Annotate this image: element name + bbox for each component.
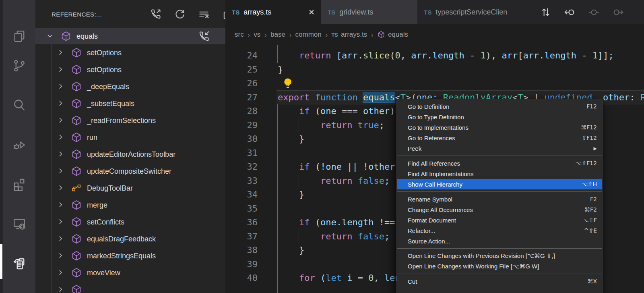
- chevron-right-icon: [56, 133, 65, 142]
- tab-arrays.ts[interactable]: TSarrays.ts✕: [225, 0, 321, 24]
- tab-label: typescriptServiceClien: [436, 8, 507, 17]
- tree-item-label: moveView: [87, 269, 120, 277]
- menu-item-label: Find All Implementations: [408, 170, 597, 177]
- menu-item-label: Go to Definition: [408, 103, 578, 110]
- references-panel: REFERENCES:... equals setOptionssetOptio…: [35, 0, 225, 293]
- line-number: 40: [225, 271, 258, 285]
- editor-action-open-changes[interactable]: [539, 6, 552, 19]
- phone-incoming-icon[interactable]: [198, 30, 210, 43]
- breadcrumb-item-common[interactable]: common: [295, 31, 322, 39]
- lightbulb-icon[interactable]: [282, 77, 294, 90]
- activity-item-source-control[interactable]: [3, 55, 35, 76]
- breadcrumb-item-arrays.ts[interactable]: TSarrays.ts: [331, 31, 367, 39]
- menu-item-find-all-implementations[interactable]: Find All Implementations: [397, 168, 602, 179]
- tree-item-markedStringsEquals[interactable]: markedStringsEquals: [35, 247, 225, 264]
- menu-item-label: Cut: [408, 278, 579, 285]
- menu-item-go-to-type-definition[interactable]: Go to Type Definition: [397, 112, 602, 122]
- tree-item-_subsetEquals[interactable]: _subsetEquals: [35, 95, 225, 112]
- symbol-method-icon: [71, 115, 82, 126]
- chevron-right-icon: [56, 150, 65, 159]
- line-number: 29: [225, 118, 258, 133]
- panel-action-show-outgoing-calls[interactable]: [149, 8, 162, 21]
- tree-item-setOptions[interactable]: setOptions: [35, 44, 225, 61]
- menu-item-shortcut: ⌥⇧F: [582, 217, 597, 223]
- chevron-right-icon: [56, 167, 65, 176]
- menu-item-format-document[interactable]: Format Document⌥⇧F: [397, 215, 602, 225]
- code-line-24: return [arr.slice(0, arr.length - 1), ar…: [278, 49, 644, 63]
- panel-action-clear-results[interactable]: [198, 8, 210, 21]
- line-number: 25: [225, 63, 258, 77]
- tree-item-run[interactable]: run: [35, 129, 225, 146]
- breadcrumb-item-vs[interactable]: vs: [254, 31, 260, 39]
- chevron-right-icon: [56, 235, 65, 243]
- tree-item-setOptions[interactable]: setOptions: [35, 61, 225, 78]
- menu-separator: [397, 156, 602, 156]
- tree-item-moveView[interactable]: moveView: [35, 264, 225, 281]
- activity-item-references-view[interactable]: [3, 254, 35, 274]
- menu-item-label: Format Document: [408, 217, 574, 224]
- activity-item-extensions[interactable]: [3, 174, 35, 195]
- symbol-method-icon: [71, 199, 82, 211]
- menu-item-go-to-references[interactable]: Go to References⇧F12: [397, 133, 602, 143]
- menu-item-rename-symbol[interactable]: Rename SymbolF2: [397, 194, 602, 204]
- menu-item-peek[interactable]: Peek▶: [397, 143, 602, 154]
- menu-item-source-action[interactable]: Source Action...: [397, 236, 602, 246]
- tree-item-updateCompositeSwitcher[interactable]: updateCompositeSwitcher: [35, 163, 225, 180]
- breadcrumb-item-src[interactable]: src: [235, 31, 244, 39]
- menu-item-cut[interactable]: Cut⌘X: [397, 276, 602, 287]
- menu-item-label: Go to Implementations: [408, 124, 573, 131]
- symbol-method-icon: [71, 98, 82, 109]
- symbol-method-icon: [71, 250, 82, 262]
- breadcrumb-item-equals[interactable]: equals: [377, 31, 408, 39]
- tree-item-updateEditorActionsToolbar[interactable]: updateEditorActionsToolbar: [35, 146, 225, 163]
- debug-icon: [12, 137, 27, 152]
- tree-item-equalsDragFeedback[interactable]: equalsDragFeedback: [35, 231, 225, 247]
- breadcrumb-item-base[interactable]: base: [270, 31, 285, 39]
- tree-item-label: equalsDragFeedback: [87, 235, 156, 243]
- references-icon: [12, 257, 27, 271]
- menu-item-show-call-hierarchy[interactable]: Show Call Hierarchy⌥⇧H: [397, 179, 602, 189]
- chevron-separator: ›: [325, 31, 328, 39]
- menu-separator: [397, 191, 602, 192]
- tree-item-label: updateCompositeSwitcher: [87, 167, 171, 176]
- activity-item-remote-explorer[interactable]: [3, 213, 35, 234]
- ts-file-icon: TS: [331, 32, 338, 38]
- chevron-right-icon: [56, 116, 65, 125]
- menu-item-go-to-implementations[interactable]: Go to Implementations⌘F12: [397, 122, 602, 133]
- extensions-icon: [12, 177, 27, 191]
- tree-root-equals[interactable]: equals: [35, 28, 225, 44]
- line-number: 27: [225, 91, 258, 105]
- menu-item-open-line-changes-with-working-file-g-w[interactable]: Open Line Changes with Working File [⌥⌘G…: [397, 261, 602, 272]
- menu-item-open-line-changes-with-previous-revision-g[interactable]: Open Line Changes with Previous Revision…: [397, 251, 602, 261]
- menu-item-refactor[interactable]: Refactor...^⇧E: [397, 225, 602, 236]
- menu-item-change-all-occurrences[interactable]: Change All Occurrences⌘F2: [397, 204, 602, 215]
- highlighted-symbol[interactable]: equals: [363, 92, 395, 102]
- tree-item-label: updateEditorActionsToolbar: [87, 150, 175, 159]
- tree-item-DebugToolBar[interactable]: DebugToolBar: [35, 180, 225, 197]
- menu-separator: [397, 248, 602, 249]
- editor-action-navigate-back[interactable]: [564, 6, 576, 19]
- menu-item-find-all-references[interactable]: Find All References⌥⇧F12: [397, 158, 602, 168]
- editor-tab-bar: TSarrays.ts✕TSgridview.tsTStypescriptSer…: [225, 0, 644, 24]
- activity-item-explorer[interactable]: [3, 26, 35, 47]
- chevron-down-icon[interactable]: [46, 32, 55, 41]
- breadcrumb-label: vs: [254, 31, 260, 39]
- activity-item-search[interactable]: [3, 95, 35, 116]
- activity-item-run-and-debug[interactable]: [3, 134, 35, 155]
- menu-item-go-to-definition[interactable]: Go to DefinitionF12: [397, 101, 602, 112]
- symbol-method-icon: [71, 284, 82, 293]
- menu-item-shortcut: ^⇧E: [584, 227, 597, 234]
- tree-item-_deepEquals[interactable]: _deepEquals: [35, 78, 225, 95]
- tree-item-merge[interactable]: merge: [35, 197, 225, 214]
- tree-item-_readFromSelections[interactable]: _readFromSelections: [35, 112, 225, 129]
- panel-action-refresh[interactable]: [173, 8, 186, 21]
- tab-gridview.ts[interactable]: TSgridview.ts: [321, 0, 417, 24]
- line-numbers-gutter: 2425262728293031323334353637383940: [225, 49, 258, 285]
- chevron-right-icon: [56, 99, 65, 108]
- tree-item-partial[interactable]: [35, 281, 225, 293]
- source-control-icon: [12, 58, 27, 73]
- tree-item-setConflicts[interactable]: setConflicts: [35, 214, 225, 231]
- close-icon[interactable]: ✕: [301, 8, 315, 17]
- activity-bar: [0, 0, 35, 293]
- tab-typescriptServiceClien[interactable]: TStypescriptServiceClien: [417, 0, 527, 24]
